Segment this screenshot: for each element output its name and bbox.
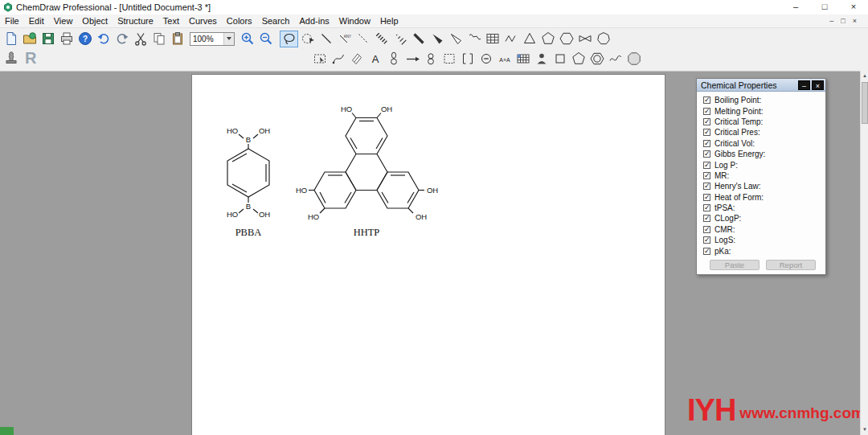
checkbox-checked-icon[interactable]: ✓ [703, 108, 710, 115]
cut-icon[interactable] [131, 31, 149, 47]
marquee-tool-icon[interactable] [310, 51, 329, 68]
atom-label-oh[interactable]: OH [381, 105, 392, 113]
property-row-gibbs-energy[interactable]: ✓Gibbs Energy: [697, 149, 825, 159]
panel-title-bar[interactable]: Chemical Properties – × [697, 79, 825, 92]
maximize-button[interactable]: □ [810, 0, 839, 14]
molecule-pbba[interactable]: HO B OH HO B OH PBBA [227, 126, 270, 238]
save-icon[interactable] [39, 31, 57, 47]
atom-label-oh[interactable]: OH [427, 186, 438, 195]
molecule-hhtp[interactable]: HO OH HO HO OH OH HHTP [296, 105, 438, 238]
document-minimize-button[interactable]: – [829, 14, 833, 28]
cyclobutane-template-icon[interactable] [551, 51, 569, 68]
checkbox-checked-icon[interactable]: ✓ [703, 129, 710, 136]
atom-label-oh[interactable]: OH [416, 212, 427, 221]
document-restore-button[interactable]: □ [841, 14, 845, 28]
chain-tool-icon[interactable] [502, 31, 520, 47]
periodic-table-tool-icon[interactable] [514, 51, 532, 68]
property-row-cmr[interactable]: ✓CMR: [697, 224, 825, 235]
menu-colors[interactable]: Colors [222, 14, 257, 28]
menu-structure[interactable]: Structure [113, 14, 158, 28]
new-document-icon[interactable] [2, 31, 20, 47]
hashed-wedge-bond-tool-icon[interactable] [391, 31, 409, 47]
bold-bond-tool-icon[interactable] [409, 31, 428, 47]
scroll-up-button[interactable]: ▲ [861, 71, 868, 81]
property-row-critical-pres[interactable]: ✓Critical Pres: [697, 127, 825, 137]
menu-search[interactable]: Search [257, 14, 295, 28]
checkbox-checked-icon[interactable]: ✓ [703, 226, 710, 233]
open-document-icon[interactable] [20, 31, 39, 47]
checkbox-checked-icon[interactable]: ✓ [703, 215, 710, 222]
document-close-button[interactable]: × [853, 14, 857, 28]
menu-text[interactable]: Text [158, 14, 184, 28]
hollow-wedge-bond-tool-icon[interactable] [446, 31, 465, 47]
atom-label-b[interactable]: B [246, 202, 251, 211]
chair-cyclohexane-template-icon[interactable] [575, 31, 594, 47]
text-tool-icon[interactable]: A [366, 51, 384, 68]
checkbox-checked-icon[interactable]: ✓ [703, 162, 710, 169]
menu-window[interactable]: Window [334, 14, 375, 28]
atom-label-oh[interactable]: OH [259, 126, 270, 135]
checkbox-checked-icon[interactable]: ✓ [703, 194, 710, 201]
hashed-bond-tool-icon[interactable] [372, 31, 391, 47]
print-icon[interactable] [57, 31, 76, 47]
property-row-clogp[interactable]: ✓CLogP: [697, 213, 825, 224]
atom-label-oh[interactable]: OH [259, 210, 270, 219]
menu-file[interactable]: File [0, 14, 24, 28]
templates-tool-icon[interactable] [532, 51, 551, 68]
zoom-out-icon[interactable] [256, 31, 275, 47]
lasso-tool-icon[interactable] [280, 31, 298, 47]
close-button[interactable]: × [839, 0, 868, 14]
zoom-in-icon[interactable] [238, 31, 256, 47]
charge-minus-tool-icon[interactable] [477, 51, 495, 68]
minimize-button[interactable]: – [781, 0, 810, 14]
help-icon[interactable]: ? [76, 31, 94, 47]
checkbox-checked-icon[interactable]: ✓ [703, 140, 710, 147]
spline-tool-icon[interactable] [606, 51, 624, 68]
wedge-bond-tool-icon[interactable] [428, 31, 446, 47]
molecule-name-hhtp[interactable]: HHTP [354, 227, 380, 238]
marquee-arrow-tool-icon[interactable] [298, 31, 317, 47]
checkbox-checked-icon[interactable]: ✓ [703, 183, 710, 190]
redo-icon[interactable] [113, 31, 131, 47]
menu-object[interactable]: Object [77, 14, 113, 28]
document-canvas[interactable]: HO B OH HO B OH PBBA [191, 74, 665, 435]
anonymous-bracket-tool-icon[interactable] [440, 51, 458, 68]
any-bond-tool-icon[interactable]: ANY [335, 31, 354, 47]
atom-label-ho[interactable]: HO [227, 126, 238, 135]
stamp-icon[interactable] [2, 49, 20, 66]
cyclooctane-template-icon[interactable] [624, 51, 643, 68]
cyclopropane-template-icon[interactable] [520, 31, 538, 47]
property-row-log-p[interactable]: ✓Log P: [697, 159, 825, 170]
property-row-heat-of-form[interactable]: ✓Heat of Form: [697, 192, 825, 203]
undo-icon[interactable] [94, 31, 113, 47]
property-row-pka[interactable]: ✓pKa: [697, 245, 825, 256]
pen-tool-icon[interactable] [329, 51, 347, 68]
atom-label-ho[interactable]: HO [227, 210, 238, 219]
menu-addins[interactable]: Add-ins [294, 14, 334, 28]
atom-label-b[interactable]: B [246, 135, 251, 144]
atom-label-ho[interactable]: HO [296, 186, 307, 195]
bracket-tool-icon[interactable] [458, 51, 477, 68]
checkbox-checked-icon[interactable]: ✓ [703, 236, 710, 244]
menu-curves[interactable]: Curves [184, 14, 222, 28]
scroll-thumb[interactable] [862, 82, 868, 124]
atom-label-ho[interactable]: HO [341, 105, 352, 113]
property-row-melting-point[interactable]: ✓Melting Point: [697, 105, 825, 116]
checkbox-checked-icon[interactable]: ✓ [703, 150, 710, 158]
cyclopentane-template-icon[interactable] [538, 31, 557, 47]
checkbox-checked-icon[interactable]: ✓ [703, 96, 710, 104]
copy-icon[interactable] [149, 31, 168, 47]
panel-close-button[interactable]: × [812, 80, 824, 90]
property-row-boiling-point[interactable]: ✓Boiling Point: [697, 95, 825, 105]
checkbox-checked-icon[interactable]: ✓ [703, 204, 710, 211]
panel-minimize-button[interactable]: – [798, 80, 810, 90]
zoom-combobox[interactable]: 100% [190, 32, 235, 46]
checkbox-checked-icon[interactable]: ✓ [703, 118, 710, 125]
r-group-icon[interactable]: R [23, 50, 39, 66]
report-button[interactable]: Report [766, 260, 816, 270]
cyclohexane-template-icon[interactable] [557, 31, 575, 47]
property-row-tpsa[interactable]: ✓tPSA: [697, 203, 825, 213]
checkbox-checked-icon[interactable]: ✓ [703, 248, 710, 255]
checkbox-checked-icon[interactable]: ✓ [703, 172, 710, 179]
molecule-name-pbba[interactable]: PBBA [235, 227, 262, 238]
